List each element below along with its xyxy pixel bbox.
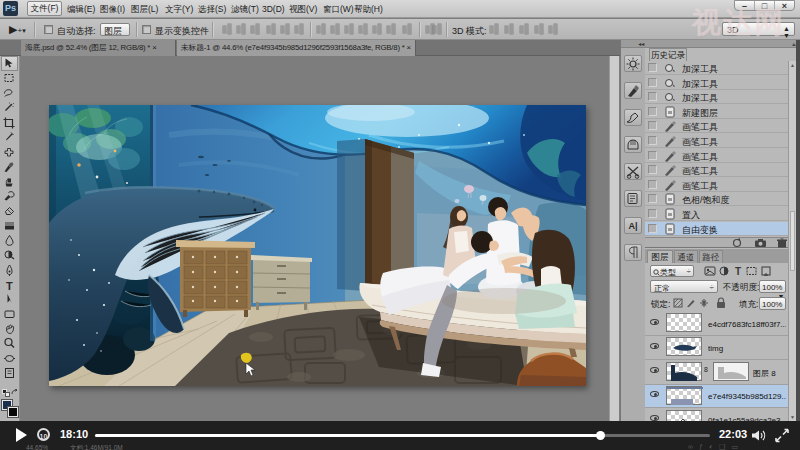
svg-text:T: T: [735, 266, 741, 277]
svg-text:T: T: [6, 279, 13, 291]
